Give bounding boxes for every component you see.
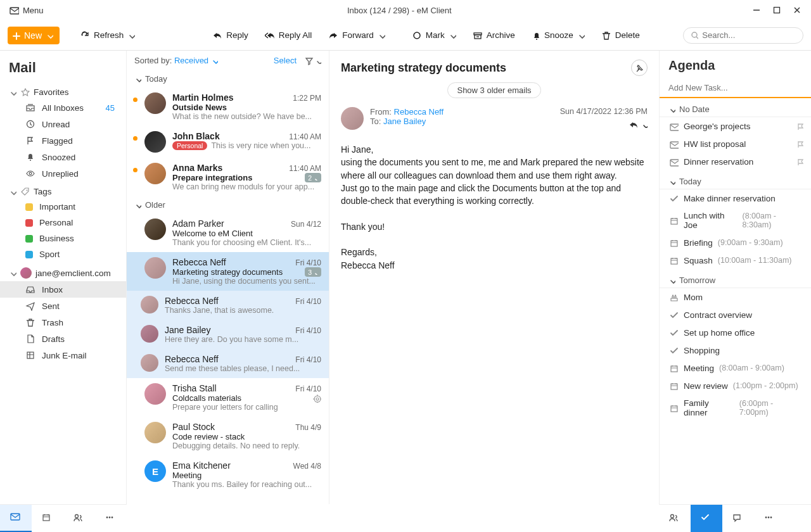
tag-color-swatch: [25, 251, 33, 258]
agenda-item[interactable]: Dinner reservation: [660, 153, 811, 170]
refresh-button[interactable]: Refresh: [73, 28, 141, 43]
panel-chat-button[interactable]: [722, 505, 754, 533]
agenda-item[interactable]: Lunch with Joe (8:00am - 8:30am): [660, 207, 811, 234]
agenda-item-label: Make dinner reservation: [684, 194, 776, 203]
snooze-button[interactable]: Snooze: [525, 28, 591, 42]
agenda-item[interactable]: Mom: [660, 288, 811, 306]
agenda-item[interactable]: Shopping: [660, 341, 811, 359]
nav-mail-button[interactable]: [0, 505, 32, 533]
email-body: Hi Jane, using the documents you sent to…: [341, 143, 648, 272]
agenda-item[interactable]: Squash (10:00am - 11:30am): [660, 251, 811, 269]
sidebar-folder-item[interactable]: Drafts: [0, 331, 126, 347]
nav-more-button[interactable]: [95, 505, 127, 533]
sidebar-tag-item[interactable]: Business: [0, 231, 126, 246]
forward-icon: [328, 30, 338, 41]
message-thread-item[interactable]: Rebecca NeffFri 4/10 Send me these table…: [127, 349, 329, 378]
agenda-item[interactable]: George's projects: [660, 117, 811, 135]
calendar-icon: [41, 512, 54, 525]
search-input[interactable]: [702, 30, 796, 40]
message-time: Fri 4/10: [295, 258, 321, 267]
reply-all-button[interactable]: Reply All: [259, 28, 319, 43]
filter-button[interactable]: [304, 56, 321, 65]
message-thread-item[interactable]: Jane BaileyFri 4/10 Here they are. Do yo…: [127, 320, 329, 349]
app-menu-button[interactable]: Menu: [5, 3, 48, 18]
add-task-input[interactable]: [668, 83, 802, 92]
agenda-item[interactable]: Family dinner (6:00pm - 7:00pm): [660, 395, 811, 421]
reply-button[interactable]: Reply: [206, 28, 255, 43]
group-today[interactable]: Today: [127, 70, 329, 87]
panel-agenda-button[interactable]: [691, 505, 722, 533]
agenda-item[interactable]: Set up home office: [660, 324, 811, 341]
add-task-box[interactable]: [660, 78, 811, 98]
sidebar-favorite-item[interactable]: Unread: [0, 116, 126, 132]
message-time: 11:40 AM: [289, 164, 321, 173]
message-item[interactable]: Trisha StallFri 4/10 Coldcalls materials…: [127, 378, 329, 417]
close-button[interactable]: [792, 5, 802, 15]
pin-button[interactable]: [631, 60, 648, 76]
message-item[interactable]: Paul StockThu 4/9 Code review - stack De…: [127, 417, 329, 455]
sidebar-folder-item[interactable]: Inbox: [0, 281, 126, 298]
message-item[interactable]: E Ema KitchenerWed 4/8 Meeting Thank you…: [127, 455, 329, 494]
panel-contacts-button[interactable]: [659, 505, 691, 533]
tag-color-swatch: [25, 235, 33, 243]
message-thread-item[interactable]: Rebecca NeffFri 4/10 Thanks Jane, that i…: [127, 291, 329, 320]
agenda-item[interactable]: Briefing (9:00am - 9:30am): [660, 234, 811, 251]
agenda-item[interactable]: New review (1:00pm - 2:00pm): [660, 377, 811, 395]
message-sender: Rebecca Neff: [172, 257, 226, 267]
message-item[interactable]: Anna Marks11:40 AM Prepare integrations …: [127, 158, 329, 196]
message-item[interactable]: Martin Holmes1:22 PM Outside News What i…: [127, 87, 329, 126]
mark-button[interactable]: Mark: [406, 28, 463, 43]
agenda-item[interactable]: Contract overview: [660, 306, 811, 324]
sidebar-favorite-item[interactable]: Flagged: [0, 132, 126, 149]
delete-button[interactable]: Delete: [595, 28, 646, 43]
sidebar-folder-item[interactable]: Junk E-mail: [0, 347, 126, 364]
sidebar-folder-item[interactable]: Sent: [0, 298, 126, 314]
select-button[interactable]: Select: [274, 56, 297, 65]
agenda-group-header[interactable]: No Date: [660, 98, 811, 117]
sidebar-tag-item[interactable]: Sport: [0, 246, 126, 262]
from-link[interactable]: Rebecca Neff: [394, 107, 444, 117]
group-older[interactable]: Older: [127, 196, 329, 213]
junk-icon: [25, 350, 35, 360]
avatar: [144, 131, 166, 153]
new-button[interactable]: New: [8, 27, 60, 44]
message-time: Fri 4/10: [295, 355, 321, 364]
agenda-item[interactable]: Make dinner reservation: [660, 189, 811, 207]
sidebar-favorite-item[interactable]: All Inboxes 45: [0, 99, 126, 116]
panel-more-button[interactable]: [754, 505, 786, 533]
agenda-item[interactable]: HW list proposal: [660, 135, 811, 153]
message-preview: Thanks Jane, that is awesome.: [165, 306, 321, 315]
nav-calendar-button[interactable]: [32, 505, 63, 533]
search-box[interactable]: [683, 27, 803, 44]
message-item[interactable]: John Black11:40 AM PersonalThis is very …: [127, 126, 329, 158]
quick-reply-button[interactable]: [629, 120, 648, 130]
show-older-button[interactable]: Show 3 older emails: [447, 82, 540, 98]
sort-field-button[interactable]: Received: [174, 56, 218, 65]
message-item[interactable]: Adam ParkerSun 4/12 Welcome to eM Client…: [127, 213, 329, 252]
sidebar-favorite-item[interactable]: Snoozed: [0, 149, 126, 165]
message-item[interactable]: Rebecca NeffFri 4/10 Marketing strategy …: [127, 252, 329, 291]
agenda-heading: Agenda: [660, 58, 811, 78]
favorites-header[interactable]: Favorites: [0, 85, 126, 99]
agenda-item[interactable]: Meeting (8:00am - 9:00am): [660, 359, 811, 377]
message-sender: Anna Marks: [172, 163, 222, 173]
chevron-down-icon: [9, 188, 16, 196]
svg-rect-18: [774, 8, 780, 13]
agenda-group-header[interactable]: Today: [660, 170, 811, 189]
chevron-down-icon: [668, 106, 675, 113]
sidebar-favorite-item[interactable]: Unreplied: [0, 165, 126, 182]
minimize-button[interactable]: [751, 5, 762, 15]
sidebar-folder-item[interactable]: Trash: [0, 314, 126, 331]
nav-contacts-button[interactable]: [63, 505, 95, 533]
maximize-button[interactable]: [772, 5, 782, 15]
sidebar-tag-item[interactable]: Personal: [0, 215, 126, 231]
sidebar-tag-item[interactable]: Important: [0, 199, 126, 215]
forward-button[interactable]: Forward: [322, 28, 392, 43]
archive-button[interactable]: Archive: [466, 28, 521, 43]
agenda-group-header[interactable]: Tomorrow: [660, 269, 811, 288]
agenda-item-label: Meeting: [684, 364, 714, 373]
account-header[interactable]: jane@emclient.com: [0, 265, 126, 281]
avatar: [144, 257, 166, 279]
to-link[interactable]: Jane Bailey: [383, 117, 426, 126]
tags-header[interactable]: Tags: [0, 184, 126, 199]
